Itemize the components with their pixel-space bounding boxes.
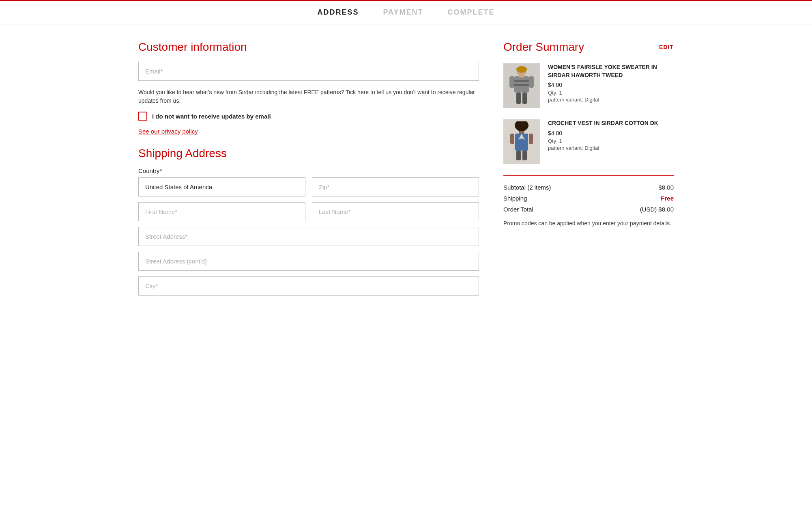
svg-point-1 [516,66,527,73]
shipping-address-heading: Shipping Address [138,147,479,160]
city-input[interactable] [138,276,479,296]
name-row [138,202,479,221]
product-image-2 [505,121,538,162]
subtotal-row: Subtotal (2 items) $8.00 [503,184,674,191]
shipping-value: Free [661,195,674,202]
svg-point-11 [515,121,528,131]
svg-rect-6 [529,76,534,88]
country-zip-row [138,177,479,196]
svg-rect-5 [509,76,514,88]
product-thumbnail-1 [503,63,540,108]
product-info-2: CROCHET VEST IN SIRDAR COTTON DK $4.00 Q… [548,119,674,164]
product-qty-1: Qty: 1 [548,90,674,96]
order-summary-header: Order Summary EDIT [503,41,674,54]
no-email-label: I do not want to receive updates by emai… [152,113,271,120]
product-price-2: $4.00 [548,130,674,136]
svg-rect-3 [514,80,529,82]
privacy-text: Would you like to hear what's new from S… [138,88,479,105]
no-email-checkbox-row[interactable]: I do not want to receive updates by emai… [138,112,479,121]
total-row: Order Total (USD) $8.00 [503,206,674,213]
street2-row [138,252,479,271]
first-name-field [138,202,305,221]
page-container: Customer information Would you like to h… [122,41,690,301]
step-address[interactable]: ADDRESS [317,8,359,17]
svg-rect-16 [529,134,533,144]
shipping-row: Shipping Free [503,195,674,202]
svg-rect-9 [519,75,524,78]
product-qty-2: Qty: 1 [548,138,674,144]
order-summary-title: Order Summary [503,41,584,54]
street-input[interactable] [138,227,479,246]
svg-rect-17 [516,151,521,160]
product-info-1: WOMEN'S FAIRISLE YOKE SWEATER IN SIRDAR … [548,63,674,108]
order-summary-panel: Order Summary EDIT [503,41,674,301]
zip-field [312,177,479,196]
checkout-steps: ADDRESS PAYMENT COMPLETE [0,0,812,24]
product-item-1: WOMEN'S FAIRISLE YOKE SWEATER IN SIRDAR … [503,63,674,108]
customer-info-heading: Customer information [138,41,479,54]
svg-rect-12 [519,131,524,134]
shipping-label: Shipping [503,195,527,202]
no-email-checkbox[interactable] [138,112,147,121]
zip-input[interactable] [312,177,479,196]
product-price-1: $4.00 [548,82,674,88]
country-input[interactable] [138,177,305,196]
city-row [138,276,479,296]
svg-rect-18 [522,151,527,160]
svg-rect-8 [522,93,527,104]
last-name-field [312,202,479,221]
last-name-input[interactable] [312,202,479,221]
country-field [138,177,305,196]
svg-rect-15 [510,134,514,144]
svg-rect-4 [514,84,529,86]
step-payment[interactable]: PAYMENT [383,8,423,17]
street2-field [138,252,479,271]
product-thumbnail-2 [503,119,540,164]
privacy-policy-link[interactable]: See our privacy policy [138,128,198,135]
city-field [138,276,479,296]
product-image-1 [505,65,538,106]
summary-divider [503,175,674,176]
street2-input[interactable] [138,252,479,271]
svg-rect-7 [516,93,521,104]
left-column: Customer information Would you like to h… [138,41,479,301]
total-label: Order Total [503,206,533,213]
promo-text: Promo codes can be applied when you ente… [503,219,674,228]
product-variant-2: pattern variant: Digital [548,145,674,151]
email-input[interactable] [138,62,479,81]
street-row [138,227,479,246]
country-label: Country* [138,167,479,174]
product-name-2: CROCHET VEST IN SIRDAR COTTON DK [548,119,674,127]
product-variant-1: pattern variant: Digital [548,97,674,103]
subtotal-value: $8.00 [658,184,674,191]
edit-order-link[interactable]: EDIT [659,44,674,50]
product-item-2: CROCHET VEST IN SIRDAR COTTON DK $4.00 Q… [503,119,674,164]
first-name-input[interactable] [138,202,305,221]
step-complete[interactable]: COMPLETE [448,8,495,17]
product-name-1: WOMEN'S FAIRISLE YOKE SWEATER IN SIRDAR … [548,63,674,79]
total-value: (USD) $8.00 [640,206,674,213]
street-field [138,227,479,246]
subtotal-label: Subtotal (2 items) [503,184,551,191]
